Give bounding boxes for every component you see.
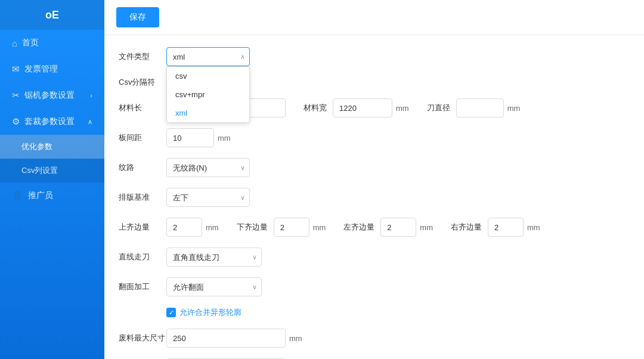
layout-select[interactable]: 左下 xyxy=(166,188,250,207)
board-gap-input[interactable] xyxy=(166,128,214,147)
waste-max-input[interactable] xyxy=(166,329,286,348)
layout-control: 左下 ∨ xyxy=(166,188,250,207)
top-margin-input[interactable] xyxy=(166,218,202,237)
board-gap-unit: mm xyxy=(218,134,231,143)
bottom-margin-label: 下齐边量 xyxy=(237,222,268,233)
grain-label: 纹路 xyxy=(119,162,166,173)
chevron-right-icon: › xyxy=(90,92,92,99)
blade-dia-label: 刀直径 xyxy=(427,103,450,113)
material-len-label: 材料长 xyxy=(119,103,166,113)
board-gap-row: 板间距 mm xyxy=(119,128,630,147)
waste-max-unit: mm xyxy=(289,334,302,343)
file-type-control: xml ∧ csv csv+mpr xml xyxy=(166,47,250,66)
left-margin-input[interactable] xyxy=(380,218,416,237)
right-margin-label: 右齐边量 xyxy=(451,222,482,233)
save-button[interactable]: 保存 xyxy=(116,7,159,27)
flip-label: 翻面加工 xyxy=(119,281,166,292)
layout-label: 排版基准 xyxy=(119,192,166,203)
sidebar-item-csv-settings[interactable]: Csv列设置 xyxy=(0,159,104,182)
board-gap-label: 板间距 xyxy=(119,132,166,143)
main-area: 保存 文件类型 xml ∧ csv csv+mpr xyxy=(104,0,644,359)
dropdown-item-xml[interactable]: xml xyxy=(167,104,249,122)
cut-icon xyxy=(12,90,20,101)
file-type-dropdown: csv csv+mpr xml xyxy=(166,66,250,123)
margins-row: 上齐边量 mm 下齐边量 mm 左齐边量 mm 右齐边量 mm xyxy=(119,218,630,237)
settings-icon xyxy=(12,116,20,127)
content-area: 文件类型 xml ∧ csv csv+mpr xml xyxy=(104,35,644,359)
sidebar-item-home[interactable]: 首页 xyxy=(0,30,104,56)
dropdown-item-csv-mpr[interactable]: csv+mpr xyxy=(167,85,249,104)
sidebar-item-send-mgmt[interactable]: 发票管理 xyxy=(0,56,104,82)
right-margin-unit: mm xyxy=(527,223,540,232)
flip-select[interactable]: 允许翻面 xyxy=(166,277,262,296)
cut-line-select[interactable]: 直角直线走刀 xyxy=(166,247,262,267)
send-icon xyxy=(12,64,20,75)
bottom-margin-unit: mm xyxy=(313,223,326,232)
bottom-margin-input[interactable] xyxy=(274,218,309,237)
grain-select[interactable]: 无纹路(N) xyxy=(166,158,250,177)
waste-max-row: 废料最大尺寸 mm xyxy=(119,329,630,348)
chevron-down-icon: ∧ xyxy=(88,118,92,126)
home-icon xyxy=(12,38,17,48)
blade-dia-input[interactable] xyxy=(456,98,504,117)
sidebar-logo: oE xyxy=(0,0,104,30)
cut-line-label: 直线走刀 xyxy=(119,252,166,262)
blade-dia-unit: mm xyxy=(507,104,521,113)
sidebar-item-suite-params[interactable]: 套裁参数设置 ∧ xyxy=(0,109,104,135)
cut-line-row: 直线走刀 直角直线走刀 ∨ xyxy=(119,247,630,267)
top-margin-unit: mm xyxy=(206,223,219,232)
sidebar-sub-menu: 优化参数 Csv列设置 xyxy=(0,135,104,182)
sidebar-item-optimize-params[interactable]: 优化参数 xyxy=(0,135,104,159)
grain-control: 无纹路(N) ∨ xyxy=(166,158,250,177)
allow-merge-checkbox[interactable]: ✓ 允许合并异形轮廓 xyxy=(166,307,242,318)
flip-control: 允许翻面 ∨ xyxy=(166,277,262,296)
checkbox-checked-icon: ✓ xyxy=(166,308,176,317)
material-width-unit: mm xyxy=(396,104,409,113)
material-width-input[interactable] xyxy=(333,98,392,117)
user-icon xyxy=(12,190,23,201)
sidebar: oE 首页 发票管理 锯机参数设置 › 套裁参数设置 ∧ 优化参数 Csv列设置… xyxy=(0,0,104,359)
top-margin-label: 上齐边量 xyxy=(119,222,166,233)
left-margin-unit: mm xyxy=(420,223,433,232)
flip-row: 翻面加工 允许翻面 ∨ xyxy=(119,277,630,296)
waste-max-label: 废料最大尺寸 xyxy=(119,333,166,343)
file-type-select[interactable]: xml xyxy=(166,47,250,66)
sidebar-item-promoter[interactable]: 推广员 xyxy=(0,182,104,209)
file-type-row: 文件类型 xml ∧ csv csv+mpr xml xyxy=(119,47,630,66)
material-width-label: 材料宽 xyxy=(304,103,327,113)
layout-row: 排版基准 左下 ∨ xyxy=(119,188,630,207)
cut-line-control: 直角直线走刀 ∨ xyxy=(166,247,262,267)
left-margin-label: 左齐边量 xyxy=(343,222,374,233)
right-margin-input[interactable] xyxy=(488,218,524,237)
grain-row: 纹路 无纹路(N) ∨ xyxy=(119,158,630,177)
dropdown-item-csv[interactable]: csv xyxy=(167,67,249,85)
sidebar-item-cut-params[interactable]: 锯机参数设置 › xyxy=(0,82,104,109)
file-type-label: 文件类型 xyxy=(119,51,166,62)
allow-merge-row: ✓ 允许合并异形轮廓 xyxy=(119,307,630,318)
csv-sep-label: Csv分隔符 xyxy=(119,77,166,88)
toolbar: 保存 xyxy=(104,0,644,35)
allow-merge-label: 允许合并异形轮廓 xyxy=(179,307,242,318)
